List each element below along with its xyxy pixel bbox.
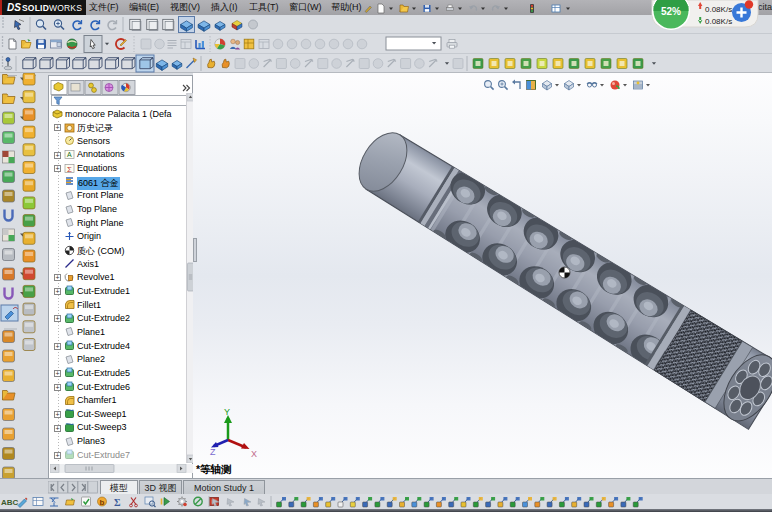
svg-text:A: A [67, 151, 72, 158]
svg-text:Σ: Σ [114, 497, 121, 508]
svg-text:Z: Z [210, 447, 216, 457]
svg-text:0.08K/s: 0.08K/s [705, 17, 732, 26]
svg-text:Σ: Σ [67, 164, 72, 173]
svg-text:X: X [251, 449, 257, 459]
svg-text:0.08K/s: 0.08K/s [705, 5, 732, 14]
svg-text:b: b [100, 498, 105, 507]
svg-text:ABC: ABC [1, 498, 19, 507]
svg-text:Y: Y [224, 408, 230, 417]
svg-text:52%: 52% [661, 6, 681, 17]
